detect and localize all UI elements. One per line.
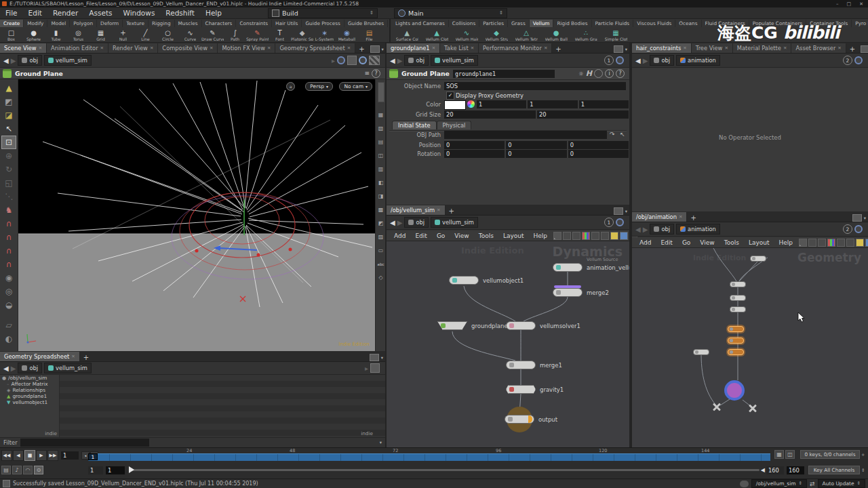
stop-button[interactable]: ■ bbox=[24, 450, 35, 461]
param-subtab[interactable]: Initial State bbox=[392, 121, 437, 129]
network-menu-item[interactable]: Tools bbox=[719, 239, 744, 246]
network-menu-item[interactable]: Add bbox=[389, 232, 410, 239]
pane-tab[interactable]: /obj/animation ✕ bbox=[632, 212, 687, 222]
context-selector[interactable]: /obj/vellum_sim ⇕ bbox=[751, 479, 807, 488]
keys-status-button[interactable]: 0 keys, 0/0 channels bbox=[800, 450, 860, 459]
network-toolbar-icon[interactable] bbox=[799, 239, 807, 247]
link-badge[interactable]: 1 bbox=[604, 56, 614, 65]
rotation-field[interactable]: 0 bbox=[444, 150, 505, 158]
shelf-tool[interactable]: ▤ File bbox=[358, 27, 380, 43]
display-option-icon[interactable]: ▦ bbox=[376, 110, 385, 119]
pane-menu-icon[interactable]: ▾ bbox=[381, 355, 383, 361]
viewport-tool-icon[interactable]: ◩ bbox=[1, 95, 16, 108]
display-option-icon[interactable]: ▨ bbox=[376, 232, 385, 241]
network-node[interactable] bbox=[750, 256, 766, 262]
range-start-field[interactable]: 1 bbox=[88, 466, 103, 474]
network-menu-item[interactable]: Layout bbox=[498, 232, 529, 239]
close-icon[interactable]: ✕ bbox=[210, 45, 213, 51]
viewport-tool-icon[interactable]: ◐ bbox=[1, 332, 16, 346]
color-wheel-icon[interactable] bbox=[467, 100, 475, 108]
network-node[interactable]: vellumsolver1 bbox=[506, 321, 536, 330]
pane-tab[interactable]: Scene View ✕ bbox=[0, 43, 47, 53]
radial-menu-selector[interactable]: Main ⇕ bbox=[394, 8, 507, 18]
forward-icon[interactable]: ▶ bbox=[643, 57, 648, 64]
menu-item[interactable]: Edit bbox=[23, 9, 47, 17]
shelf-tool[interactable]: ∿ Vellum Hair bbox=[452, 27, 481, 43]
shelf-tool[interactable]: ∴ Vellum Grains bbox=[571, 27, 601, 43]
context-chip[interactable]: obj bbox=[404, 217, 429, 228]
shelf-tool[interactable]: ▲ Surface Collider bbox=[392, 27, 422, 43]
close-icon[interactable]: ✕ bbox=[783, 45, 787, 51]
object-name-field[interactable]: SOS bbox=[444, 82, 626, 90]
context-chip[interactable]: obj bbox=[18, 55, 42, 66]
display-option-icon[interactable]: abc bbox=[376, 260, 385, 268]
display-option-icon[interactable]: ▭ bbox=[376, 246, 385, 255]
key-all-channels-button[interactable]: Key All Channels bbox=[808, 466, 860, 474]
shelf-tab[interactable]: Hair Utils bbox=[272, 20, 302, 27]
menu-item[interactable]: Redshift bbox=[160, 9, 200, 17]
context-chip[interactable]: obj bbox=[404, 55, 429, 66]
shelf-tab[interactable]: Pyro FX bbox=[852, 20, 868, 27]
shelf-tool[interactable]: ● Vellum Balloon bbox=[541, 27, 571, 43]
back-icon[interactable]: ◀ bbox=[635, 57, 641, 64]
network-toolbar-icon[interactable] bbox=[818, 239, 826, 247]
network-node[interactable]: merge2 bbox=[553, 288, 583, 297]
pane-layout-icon[interactable] bbox=[370, 354, 379, 361]
back-icon[interactable]: ◀ bbox=[390, 57, 395, 64]
network-node[interactable]: Vellum Source animation_vellum bbox=[553, 263, 583, 272]
viewport-tool-icon[interactable]: ∩ bbox=[1, 244, 16, 258]
shelf-tab[interactable]: Particles bbox=[479, 20, 508, 27]
shelf-tab[interactable]: Model bbox=[47, 20, 70, 27]
display-option-icon[interactable]: ▤ bbox=[376, 138, 385, 146]
shelf-tab[interactable]: Muscles bbox=[175, 20, 202, 27]
shelf-tool[interactable]: T Font bbox=[269, 27, 291, 43]
viewport-tool-icon[interactable]: ♞ bbox=[1, 203, 16, 217]
node-chip[interactable]: vellum_sim bbox=[431, 55, 478, 66]
shelf-tool[interactable]: ∿ Curve bbox=[179, 27, 201, 43]
display-options-icon[interactable] bbox=[359, 56, 367, 64]
network-node[interactable]: groundplane1 bbox=[437, 321, 467, 330]
forward-icon[interactable]: ▶ bbox=[11, 57, 16, 64]
background-icon[interactable] bbox=[369, 56, 380, 65]
new-tab-icon[interactable]: + bbox=[80, 354, 92, 361]
filter-menu-icon[interactable]: ▾ bbox=[380, 440, 382, 445]
playhead[interactable]: 1 bbox=[88, 453, 98, 460]
menu-item[interactable]: File bbox=[0, 9, 23, 17]
shelf-tool[interactable]: ◆ Vellum Strut Softbody bbox=[481, 27, 511, 43]
pane-tab[interactable]: Composite View ✕ bbox=[158, 43, 218, 53]
shelf-tab[interactable]: Rigid Bodies bbox=[553, 20, 591, 27]
network-menu-item[interactable]: Edit bbox=[656, 239, 677, 246]
shelf-tab[interactable]: Texture bbox=[123, 20, 149, 27]
splitter[interactable] bbox=[385, 43, 387, 447]
viewport-tool-icon[interactable]: ∩ bbox=[1, 230, 16, 244]
range-end-marker[interactable]: ◀ bbox=[761, 467, 765, 473]
shelf-tab[interactable]: Particle Fluids bbox=[592, 20, 634, 27]
shelf-tool[interactable]: ∫ Path bbox=[224, 27, 246, 43]
viewport-tool-icon[interactable]: ◱ bbox=[1, 176, 16, 190]
network-node[interactable]: vellumobject1 bbox=[449, 276, 479, 285]
display-option-icon[interactable]: ▥ bbox=[376, 165, 385, 174]
menu-item[interactable]: Render bbox=[47, 9, 83, 17]
realtime-toggle-icon[interactable]: ▦ bbox=[774, 450, 784, 459]
houdini-help-icon[interactable]: H bbox=[586, 69, 592, 78]
network-menu-item[interactable]: Tools bbox=[474, 232, 498, 239]
tree-item[interactable]: ◈ Relationships bbox=[0, 387, 59, 393]
new-tab-icon[interactable]: + bbox=[446, 207, 458, 215]
playback-range-slider[interactable]: ◀ bbox=[129, 469, 760, 471]
forward-icon[interactable]: ▶ bbox=[397, 57, 403, 64]
tree-item[interactable]: ● /obj/vellum_sim bbox=[0, 375, 59, 381]
viewport-tool-icon[interactable]: ◎ bbox=[1, 285, 16, 298]
view-selector[interactable]: Persp ▾ bbox=[305, 82, 333, 91]
pane-tab[interactable]: Motion FX View ✕ bbox=[218, 43, 275, 53]
network-toolbar-icon[interactable] bbox=[572, 232, 580, 240]
menu-item[interactable]: Windows bbox=[117, 9, 160, 17]
pane-tab[interactable]: Performance Monitor ✕ bbox=[479, 43, 552, 53]
pane-menu-icon[interactable]: ▾ bbox=[625, 47, 627, 52]
network-toolbar-icon[interactable] bbox=[808, 239, 816, 247]
context-chip[interactable]: obj bbox=[18, 363, 42, 373]
viewport-tool-icon[interactable]: ⋱ bbox=[1, 190, 16, 203]
sheet-options-icon[interactable] bbox=[370, 363, 380, 373]
shelf-tab[interactable]: Collisions bbox=[449, 20, 479, 27]
tree-item[interactable]: ▼ vellumobject1 bbox=[0, 399, 59, 405]
filter-input[interactable] bbox=[20, 439, 149, 447]
